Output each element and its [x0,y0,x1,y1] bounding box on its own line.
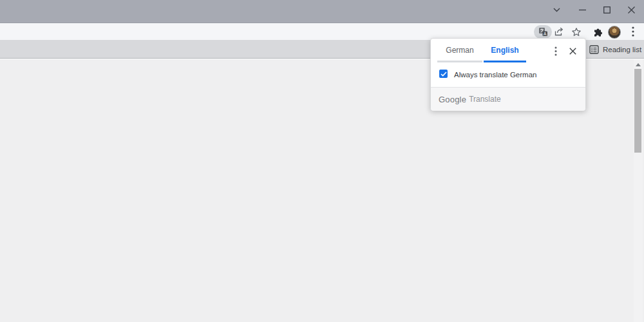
checkmark-icon [440,71,447,77]
translate-glyph: A [538,27,548,37]
google-brand-text: Google [439,95,466,104]
maximize-icon [603,6,611,14]
popup-close-icon[interactable] [566,44,579,58]
tab-german-label: German [446,46,473,55]
translate-icon[interactable]: A [534,25,552,39]
maximize-button[interactable] [596,0,618,19]
browser-menu-kebab-icon[interactable] [629,26,638,37]
tab-english-label: English [491,46,518,55]
always-translate-row: Always translate German [431,62,585,87]
profile-avatar[interactable] [608,26,621,39]
tab-english[interactable]: English [484,39,526,62]
always-translate-checkbox[interactable] [439,70,448,78]
scrollbar-up-arrow-icon[interactable] [636,63,641,66]
titlebar [0,0,644,23]
bookmark-star-icon[interactable] [571,26,582,37]
share-icon[interactable] [553,27,565,37]
translate-product-text: Translate [469,95,501,104]
reading-list-label: Reading list [603,46,641,53]
popup-options-kebab-icon[interactable] [549,44,562,58]
scrollbar-thumb[interactable] [634,69,641,153]
reading-list-icon [589,45,599,54]
scrollbar[interactable] [634,59,643,322]
minimize-button[interactable] [571,0,593,19]
close-icon [628,6,635,14]
always-translate-label: Always translate German [454,62,536,87]
extensions-puzzle-icon[interactable] [592,26,603,37]
minimize-icon [579,6,586,14]
translate-popup: German English Always translate German G… [430,38,586,111]
window-chevron-button[interactable] [545,0,567,19]
close-window-button[interactable] [620,0,642,19]
reading-list-button[interactable]: Reading list [589,40,641,59]
tab-german[interactable]: German [437,39,482,62]
chevron-down-icon [553,8,560,12]
svg-text:A: A [544,32,547,36]
popup-footer: Google Translate [431,87,585,111]
